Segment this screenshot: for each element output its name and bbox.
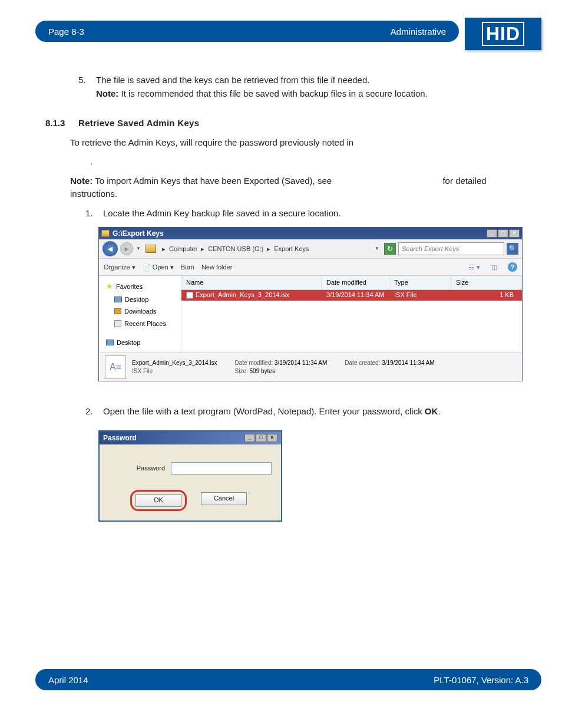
organize-menu[interactable]: Organize ▾ (104, 262, 135, 272)
password-input[interactable] (171, 462, 272, 475)
column-headers[interactable]: Name Date modified Type Size (181, 276, 522, 290)
minimize-button[interactable]: _ (244, 434, 255, 442)
search-input[interactable] (402, 245, 501, 252)
explorer-toolbar: Organize ▾ 📄 Open ▾ Burn New folder ☷ ▾ … (99, 258, 522, 276)
file-icon-large: A≡ (105, 355, 126, 379)
paragraph: To retrieve the Admin Keys, will require… (70, 136, 530, 150)
dialog-titlebar: Password _ □ × (100, 431, 281, 444)
list-item-5: 5. The file is saved and the keys can be… (78, 74, 530, 100)
history-dropdown[interactable]: ▼ (135, 245, 141, 252)
footer-bar: April 2014 PLT-01067, Version: A.3 (35, 669, 541, 690)
password-label: Password (109, 463, 165, 473)
ok-button[interactable]: OK (135, 494, 181, 507)
close-button[interactable]: × (509, 229, 520, 238)
password-dialog: Password _ □ × Password OK Cancel (98, 430, 282, 522)
sidebar-item-desktop2[interactable]: Desktop (101, 337, 178, 349)
sidebar-item-downloads[interactable]: Downloads (101, 305, 178, 318)
col-name[interactable]: Name (181, 276, 322, 289)
search-box[interactable] (398, 242, 504, 255)
address-bar-row: ◄ ► ▼ ▸Computer ▸CENTON USB (G:) ▸Export… (99, 239, 522, 258)
desktop-icon (106, 340, 114, 345)
window-titlebar: G:\Export Keys _ □ × (99, 228, 522, 239)
file-row-selected[interactable]: Export_Admin_Keys_3_2014.isx 3/19/2014 1… (181, 290, 522, 301)
status-filetype: ISX File (132, 368, 153, 374)
forward-button[interactable]: ► (120, 242, 133, 255)
star-icon: ★ (106, 281, 113, 292)
file-icon (186, 292, 193, 299)
footer-doc: PLT-01067, Version: A.3 (434, 675, 528, 685)
sidebar-item-desktop[interactable]: Desktop (101, 294, 178, 306)
new-folder-button[interactable]: New folder (201, 262, 233, 272)
status-filename: Export_Admin_Keys_3_2014.isx (132, 360, 217, 366)
close-button[interactable]: × (267, 434, 277, 442)
desktop-icon (114, 297, 122, 302)
sidebar-item-recent[interactable]: Recent Places (101, 318, 178, 330)
col-date[interactable]: Date modified (322, 276, 389, 289)
header-bar: Page 8-3 Administrative (35, 21, 459, 42)
cancel-button[interactable]: Cancel (201, 492, 247, 505)
folder-icon (101, 230, 110, 237)
hid-logo: HID (465, 18, 541, 50)
step5-text: The file is saved and the keys can be re… (96, 75, 369, 85)
search-button[interactable]: 🔍 (507, 243, 518, 255)
ok-highlight-ring: OK (130, 490, 187, 511)
list-item-2: 2. Open the file with a text program (Wo… (85, 405, 530, 419)
help-icon[interactable]: ? (508, 262, 517, 272)
minimize-button[interactable]: _ (487, 229, 497, 238)
navigation-pane: ★Favorites Desktop Downloads Recent Plac… (99, 276, 181, 353)
file-list: Name Date modified Type Size Export_Admi… (181, 276, 522, 353)
breadcrumb[interactable]: ▸Computer ▸CENTON USB (G:) ▸Export Keys (160, 244, 372, 254)
note-label: Note: (96, 88, 118, 98)
note-text: It is recommended that this file be save… (118, 88, 427, 98)
refresh-button[interactable]: ↻ (384, 243, 396, 255)
dialog-title: Password (103, 433, 137, 443)
address-dropdown[interactable]: ▼ (375, 245, 379, 252)
maximize-button[interactable]: □ (498, 229, 508, 238)
explorer-window: G:\Export Keys _ □ × ◄ ► ▼ ▸Computer ▸CE… (98, 227, 523, 381)
section-heading: 8.1.3 Retrieve Saved Admin Keys (32, 117, 530, 130)
note-paragraph: Note: To import Admin Keys that have bee… (70, 174, 530, 201)
col-type[interactable]: Type (389, 276, 451, 289)
preview-pane-icon[interactable]: ◫ (488, 262, 501, 272)
section-name: Administrative (391, 27, 446, 37)
downloads-icon (114, 308, 121, 314)
open-button[interactable]: 📄 Open ▾ (143, 262, 174, 272)
page-number: Page 8-3 (48, 27, 84, 37)
details-pane: A≡ Export_Admin_Keys_3_2014.isx ISX File… (99, 353, 522, 381)
footer-date: April 2014 (48, 675, 88, 685)
recent-icon (114, 320, 121, 327)
back-button[interactable]: ◄ (103, 241, 118, 256)
window-title: G:\Export Keys (113, 228, 164, 239)
folder-icon (146, 245, 156, 253)
col-size[interactable]: Size (451, 276, 522, 289)
favorites-group[interactable]: ★Favorites (101, 279, 178, 294)
list-item-1: 1. Locate the Admin Key backup file save… (85, 207, 530, 220)
burn-button[interactable]: Burn (181, 262, 194, 272)
view-options-icon[interactable]: ☷ ▾ (468, 262, 481, 272)
maximize-button[interactable]: □ (256, 434, 266, 442)
